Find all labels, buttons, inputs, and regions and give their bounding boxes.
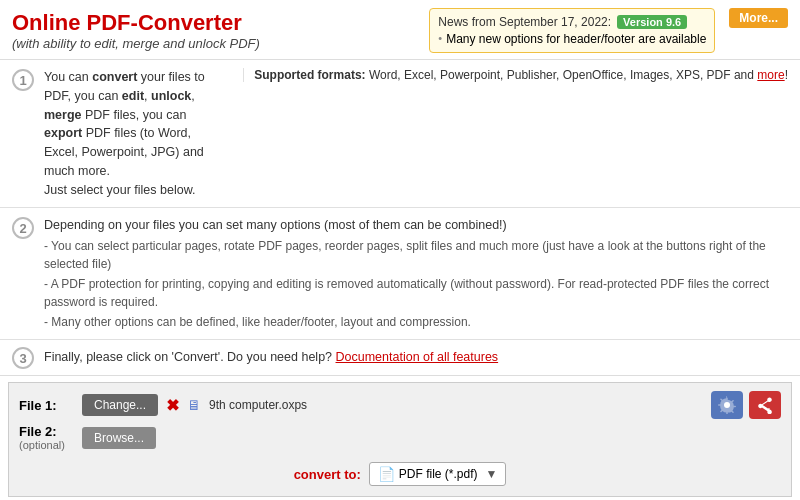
- step1-content: You can convert your files to PDF, you c…: [44, 68, 225, 199]
- step2-content: Depending on your files you can set many…: [44, 216, 788, 331]
- step1-text: You can convert your files to PDF, you c…: [44, 68, 225, 199]
- app-title: Online PDF-Converter: [12, 10, 260, 36]
- step1-row: 1 You can convert your files to PDF, you…: [0, 60, 800, 208]
- file1-share-icon-btn[interactable]: [749, 391, 781, 419]
- convert-to-label: convert to:: [294, 467, 361, 482]
- optional-label: (optional): [19, 439, 74, 451]
- steps-area: 1 You can convert your files to PDF, you…: [0, 60, 800, 376]
- app-subtitle: (with ability to edit, merge and unlock …: [12, 36, 260, 51]
- news-detail: • Many new options for header/footer are…: [438, 32, 706, 46]
- news-version-badge: Version 9.6: [617, 15, 687, 29]
- step2-line1: Depending on your files you can set many…: [44, 216, 788, 235]
- format-select-dropdown[interactable]: 📄 PDF file (*.pdf) ▼: [369, 462, 507, 486]
- step2-bullet3: - Many other options can be defined, lik…: [44, 313, 788, 331]
- file1-row: File 1: Change... ✖ 🖥 9th computer.oxps: [19, 391, 781, 419]
- header: Online PDF-Converter (with ability to ed…: [0, 0, 800, 60]
- more-formats-link[interactable]: more: [757, 68, 784, 82]
- file1-action-buttons: [711, 391, 781, 419]
- app-container: Online PDF-Converter (with ability to ed…: [0, 0, 800, 500]
- step3-row: 3 Finally, please click on 'Convert'. Do…: [0, 340, 800, 375]
- pdf-icon: 📄: [378, 466, 395, 482]
- file-type-icon: 🖥: [187, 397, 201, 413]
- news-section: News from September 17, 2022: Version 9.…: [429, 8, 788, 53]
- dropdown-arrow-icon: ▼: [485, 467, 497, 481]
- news-box: News from September 17, 2022: Version 9.…: [429, 8, 715, 53]
- step2-bullet2: - A PDF protection for printing, copying…: [44, 275, 788, 311]
- browse-button[interactable]: Browse...: [82, 427, 156, 449]
- format-label: PDF file (*.pdf): [399, 467, 478, 481]
- news-bullet-icon: •: [438, 32, 442, 44]
- file1-label: File 1:: [19, 398, 74, 413]
- file1-settings-icon-btn[interactable]: [711, 391, 743, 419]
- step3-number: 3: [12, 347, 34, 369]
- file-area: File 1: Change... ✖ 🖥 9th computer.oxps …: [8, 382, 792, 497]
- step1-aside: Supported formats: Word, Excel, Powerpoi…: [243, 68, 788, 82]
- step1-number: 1: [12, 69, 34, 91]
- file2-label: File 2:: [19, 424, 74, 439]
- step3-text: Finally, please click on 'Convert'. Do y…: [44, 348, 788, 367]
- more-button[interactable]: More...: [729, 8, 788, 28]
- news-bullet-text: Many new options for header/footer are a…: [446, 32, 706, 46]
- supported-formats-label: Supported formats:: [254, 68, 365, 82]
- change-button[interactable]: Change...: [82, 394, 158, 416]
- news-date-label: News from September 17, 2022:: [438, 15, 611, 29]
- step2-number: 2: [12, 217, 34, 239]
- docs-link[interactable]: Documentation of all features: [336, 350, 499, 364]
- file2-label-block: File 2: (optional): [19, 424, 74, 451]
- step2-bullet1: - You can select particular pages, rotat…: [44, 237, 788, 273]
- delete-file1-icon[interactable]: ✖: [166, 396, 179, 415]
- filename-label: 9th computer.oxps: [209, 398, 307, 412]
- news-top: News from September 17, 2022: Version 9.…: [438, 15, 706, 29]
- step3-content: Finally, please click on 'Convert'. Do y…: [44, 348, 788, 367]
- file2-row: File 2: (optional) Browse...: [19, 424, 781, 451]
- header-title-block: Online PDF-Converter (with ability to ed…: [12, 10, 260, 51]
- step3-before-text: Finally, please click on 'Convert'. Do y…: [44, 350, 336, 364]
- step2-row: 2 Depending on your files you can set ma…: [0, 208, 800, 340]
- convert-to-row: convert to: 📄 PDF file (*.pdf) ▼: [19, 456, 781, 490]
